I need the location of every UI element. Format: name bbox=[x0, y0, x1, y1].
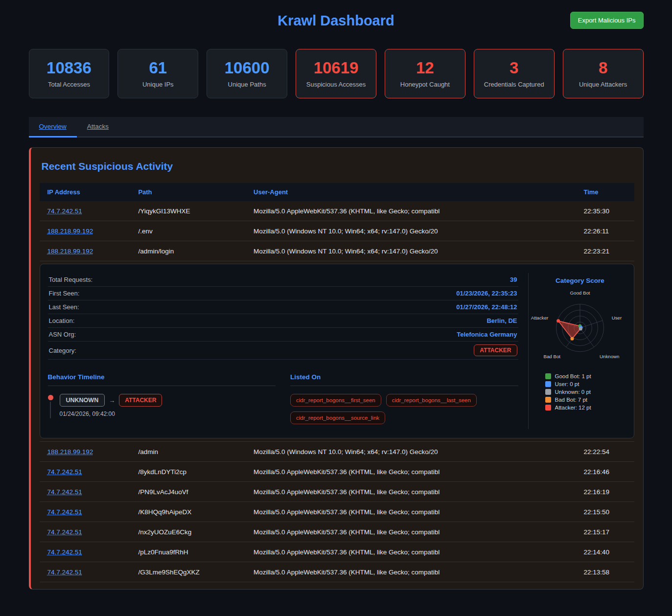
cell-time: 22:26:11 bbox=[576, 228, 634, 235]
radar-legend: Good Bot: 1 ptUser: 0 ptUnknown: 0 ptBad… bbox=[532, 371, 591, 412]
table-row[interactable]: 188.218.99.192/adminMozilla/5.0 (Windows… bbox=[40, 442, 634, 462]
column-header-user-agent: User-Agent bbox=[246, 183, 576, 201]
cell-path: /.env bbox=[130, 228, 246, 235]
radar-axis-label: User bbox=[612, 315, 622, 320]
stat-label: Credentials Captured bbox=[484, 81, 544, 88]
ip-address-link[interactable]: 74.7.242.51 bbox=[47, 468, 82, 476]
export-malicious-ips-button[interactable]: Export Malicious IPs bbox=[570, 12, 644, 29]
timeline-to-badge: ATTACKER bbox=[119, 394, 162, 407]
ip-address-link[interactable]: 74.7.242.51 bbox=[47, 488, 82, 496]
behavior-timeline-title: Behavior Timeline bbox=[48, 373, 276, 386]
table-row[interactable]: 74.7.242.51/YiqykGI13WHXEMozilla/5.0 App… bbox=[40, 201, 634, 221]
cell-user-agent: Mozilla/5.0 AppleWebKit/537.36 (KHTML, l… bbox=[246, 468, 576, 476]
cell-user-agent: Mozilla/5.0 AppleWebKit/537.36 (KHTML, l… bbox=[246, 548, 576, 556]
legend-swatch-icon bbox=[545, 389, 551, 395]
legend-swatch-icon bbox=[545, 381, 551, 387]
cell-time: 22:35:30 bbox=[576, 207, 634, 215]
recent-suspicious-activity-panel: Recent Suspicious Activity IP Address Pa… bbox=[29, 147, 644, 590]
ip-address-link[interactable]: 188.218.99.192 bbox=[47, 228, 93, 235]
blocklist-badge[interactable]: cidr_report_bogons__last_seen bbox=[386, 394, 477, 407]
stat-value: 10619 bbox=[314, 60, 359, 76]
stat-card-unique-attackers: 8Unique Attackers bbox=[563, 49, 644, 98]
listed-on-section: Listed On cidr_report_bogons__first_seen… bbox=[290, 373, 518, 429]
cell-time: 22:13:58 bbox=[576, 569, 634, 576]
category-label: Category: bbox=[49, 347, 76, 354]
info-value: Telefonica Germany bbox=[457, 331, 517, 338]
table-row[interactable]: 188.218.99.192/admin/loginMozilla/5.0 (W… bbox=[40, 241, 634, 261]
info-row: Location:Berlin, DE bbox=[48, 314, 518, 328]
category-score-radar-chart: Good BotUserUnknownBad BotAttacker bbox=[528, 285, 632, 365]
stat-label: Total Accesses bbox=[48, 81, 90, 88]
legend-label: Good Bot: 1 pt bbox=[555, 373, 591, 379]
cell-time: 22:23:21 bbox=[576, 248, 634, 255]
column-header-path: Path bbox=[130, 183, 246, 201]
ip-address-link[interactable]: 74.7.242.51 bbox=[47, 569, 82, 576]
stat-card-total-accesses: 10836Total Accesses bbox=[29, 49, 110, 98]
info-row: First Seen:01/23/2026, 22:35:23 bbox=[48, 287, 518, 300]
blocklist-badge[interactable]: cidr_report_bogons__first_seen bbox=[290, 394, 381, 407]
table-row[interactable]: 74.7.242.51/K8HQq9hAipeDXMozilla/5.0 App… bbox=[40, 502, 634, 522]
stat-value: 8 bbox=[599, 60, 607, 76]
ip-address-link[interactable]: 74.7.242.51 bbox=[47, 207, 82, 215]
legend-swatch-icon bbox=[545, 405, 551, 411]
cell-ip: 188.218.99.192 bbox=[40, 448, 131, 456]
legend-swatch-icon bbox=[545, 397, 551, 403]
table-rows-after-detail: 188.218.99.192/adminMozilla/5.0 (Windows… bbox=[40, 442, 634, 582]
legend-row: User: 0 pt bbox=[545, 381, 591, 387]
cell-ip: 74.7.242.51 bbox=[40, 548, 131, 556]
ip-address-link[interactable]: 74.7.242.51 bbox=[47, 508, 82, 516]
cell-ip: 74.7.242.51 bbox=[40, 468, 131, 476]
arrow-right-icon: → bbox=[109, 397, 115, 404]
stat-label: Honeypot Caught bbox=[400, 81, 450, 88]
info-label: Total Requests: bbox=[49, 276, 93, 283]
ip-address-link[interactable]: 74.7.242.51 bbox=[47, 548, 82, 556]
info-label: First Seen: bbox=[49, 290, 80, 297]
column-header-ip: IP Address bbox=[40, 183, 131, 201]
tab-overview[interactable]: Overview bbox=[29, 117, 77, 137]
info-value: 01/27/2026, 22:48:12 bbox=[456, 303, 517, 311]
cell-ip: 188.218.99.192 bbox=[40, 248, 131, 255]
stat-value: 10836 bbox=[46, 60, 92, 76]
stat-value: 12 bbox=[416, 60, 434, 76]
cell-ip: 188.218.99.192 bbox=[40, 228, 131, 235]
stat-value: 3 bbox=[510, 60, 518, 76]
category-score-section: Category Score Good BotUserUnknownBad Bo… bbox=[528, 273, 634, 429]
legend-row: Unknown: 0 pt bbox=[545, 389, 591, 395]
tab-bar: OverviewAttacks bbox=[29, 117, 644, 137]
info-row: Last Seen:01/27/2026, 22:48:12 bbox=[48, 300, 518, 314]
cell-path: /8ykdLnDYTi2cp bbox=[130, 468, 246, 476]
timeline-transition: UNKNOWN → ATTACKER bbox=[60, 394, 162, 407]
table-row[interactable]: 74.7.242.51/PN9LvAcJ4uoVfMozilla/5.0 App… bbox=[40, 482, 634, 502]
stat-label: Suspicious Accesses bbox=[306, 81, 366, 88]
stat-card-unique-paths: 10600Unique Paths bbox=[207, 49, 287, 98]
ip-detail-info: Total Requests:39First Seen:01/23/2026, … bbox=[48, 273, 528, 429]
table-row[interactable]: 74.7.242.51/G3Lme9ShEQgXKZMozilla/5.0 Ap… bbox=[40, 562, 634, 582]
stats-row: 10836Total Accesses61Unique IPs10600Uniq… bbox=[29, 49, 644, 98]
info-label: Last Seen: bbox=[49, 303, 79, 311]
info-row: ASN Org:Telefonica Germany bbox=[48, 328, 518, 342]
ip-address-link[interactable]: 188.218.99.192 bbox=[47, 248, 93, 255]
cell-user-agent: Mozilla/5.0 AppleWebKit/537.36 (KHTML, l… bbox=[246, 569, 576, 576]
ip-address-link[interactable]: 188.218.99.192 bbox=[47, 448, 93, 456]
cell-path: /admin bbox=[130, 448, 246, 456]
table-row[interactable]: 74.7.242.51/8ykdLnDYTi2cpMozilla/5.0 App… bbox=[40, 462, 634, 482]
info-row: Total Requests:39 bbox=[48, 273, 518, 287]
stat-card-suspicious-accesses: 10619Suspicious Accesses bbox=[296, 49, 376, 98]
cell-ip: 74.7.242.51 bbox=[40, 207, 131, 215]
stat-label: Unique IPs bbox=[142, 81, 174, 88]
legend-row: Good Bot: 1 pt bbox=[545, 373, 591, 379]
ip-detail-row: Total Requests:39First Seen:01/23/2026, … bbox=[40, 261, 634, 442]
cell-path: /admin/login bbox=[130, 248, 246, 255]
cell-path: /YiqykGI13WHXE bbox=[130, 207, 246, 215]
blocklist-badge[interactable]: cidr_report_bogons__source_link bbox=[290, 411, 385, 424]
table-row[interactable]: 188.218.99.192/.envMozilla/5.0 (Windows … bbox=[40, 221, 634, 241]
detail-subsections: Behavior Timeline UNKNOWN → bbox=[48, 373, 518, 429]
cell-time: 22:15:17 bbox=[576, 528, 634, 536]
category-attacker-badge: ATTACKER bbox=[474, 344, 517, 356]
table-row[interactable]: 74.7.242.51/pLz0Fnua9fRhHMozilla/5.0 App… bbox=[40, 542, 634, 562]
table-row[interactable]: 74.7.242.51/nx2yUOZuE6CkgMozilla/5.0 App… bbox=[40, 522, 634, 542]
stat-card-unique-ips: 61Unique IPs bbox=[117, 49, 198, 98]
timeline-marker bbox=[48, 394, 53, 429]
tab-attacks[interactable]: Attacks bbox=[77, 117, 119, 137]
ip-address-link[interactable]: 74.7.242.51 bbox=[47, 528, 82, 536]
